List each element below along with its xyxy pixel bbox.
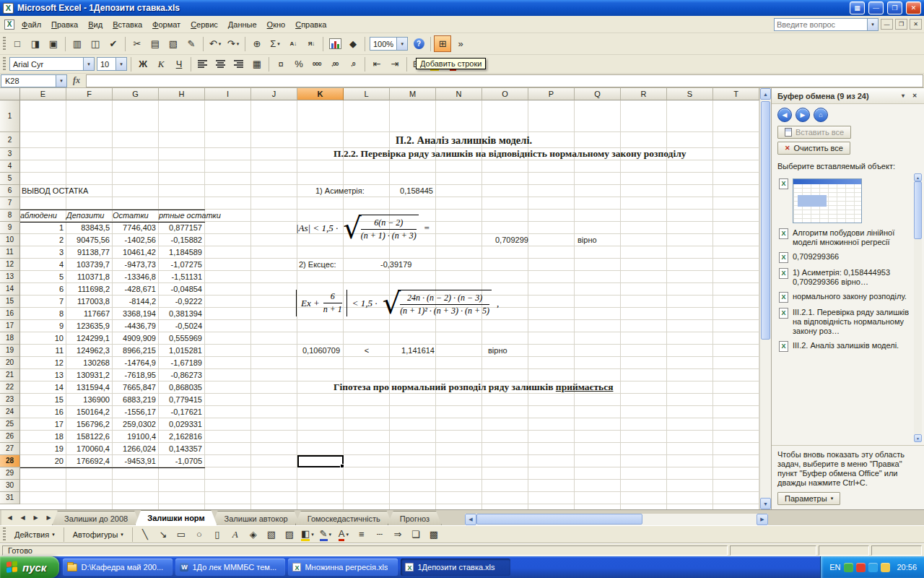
horizontal-scroll-thumb[interactable]	[476, 514, 642, 525]
row-header-29[interactable]: 29	[0, 467, 20, 480]
scroll-up-button[interactable]: ▲	[760, 88, 771, 100]
row-header-18[interactable]: 18	[0, 332, 20, 345]
row-header-21[interactable]: 21	[0, 369, 20, 381]
column-header-J[interactable]: J	[251, 88, 297, 100]
bold-button[interactable]: Ж	[134, 56, 152, 72]
taskbar-task[interactable]: XМножинна регресія.xls	[288, 558, 398, 576]
column-header-N[interactable]: N	[436, 88, 482, 100]
save-button[interactable]: ▣	[45, 35, 62, 52]
toolbar-grip[interactable]	[3, 527, 6, 542]
font-color-icon[interactable]: А▾	[335, 526, 352, 543]
vertical-scroll-thumb[interactable]	[761, 101, 770, 340]
sheet-tab-3[interactable]: Залишки автокор	[212, 511, 300, 525]
chevron-down-icon[interactable]: ▾	[56, 75, 66, 87]
row-header-28[interactable]: 28	[0, 455, 20, 467]
column-header-H[interactable]: H	[159, 88, 205, 100]
wordart-icon[interactable]: А	[227, 526, 244, 543]
scroll-down-button[interactable]: ▼	[760, 498, 771, 509]
increase-indent-button[interactable]: ⇥	[386, 56, 404, 72]
workbook-restore-button[interactable]: ❐	[895, 19, 907, 30]
insert-rows-button[interactable]: ⊞	[434, 35, 451, 52]
textbox-icon[interactable]: ▯	[209, 526, 226, 543]
tray-icon-2[interactable]	[856, 563, 866, 572]
sheet-tab-2[interactable]: Залишки норм	[135, 510, 217, 525]
column-header-T[interactable]: T	[713, 88, 759, 100]
drawing-button[interactable]: ◆	[344, 35, 362, 52]
column-header-Q[interactable]: Q	[575, 88, 621, 100]
align-right-button[interactable]	[230, 56, 248, 72]
row-header-30[interactable]: 30	[0, 480, 20, 492]
font-name-combo[interactable]: Arial Cyr▾	[9, 57, 95, 71]
italic-button[interactable]: К	[152, 56, 170, 72]
horizontal-scrollbar[interactable]: ◀ ▶	[465, 514, 768, 525]
line-style-icon[interactable]: ≡	[353, 526, 370, 543]
sheet-nav-last[interactable]: ▶	[43, 512, 55, 524]
column-header-G[interactable]: G	[113, 88, 159, 100]
clipboard-item[interactable]: XІІІ.2. Аналіз залишків моделі.	[779, 341, 911, 352]
decrease-decimal-button[interactable]: ,0	[344, 56, 362, 72]
rectangle-icon[interactable]: ▭	[173, 526, 190, 543]
chevron-down-icon[interactable]: ▾	[396, 38, 407, 50]
chevron-down-icon[interactable]: ▾	[867, 19, 878, 30]
menu-Данные[interactable]: Данные	[223, 17, 262, 32]
scroll-right-button[interactable]: ▶	[757, 514, 768, 525]
chevron-down-icon[interactable]: ▾	[83, 58, 94, 70]
sheet-nav-prev[interactable]: ◀	[17, 512, 29, 524]
tray-icon-4[interactable]	[881, 563, 890, 572]
row-header-15[interactable]: 15	[0, 296, 20, 308]
threed-icon[interactable]: ▩	[425, 526, 443, 543]
row-header-11[interactable]: 11	[0, 246, 20, 259]
clipboard-item[interactable]: XІІІ.2.1. Перевірка ряду залишків на від…	[779, 308, 911, 336]
scroll-down-button[interactable]: ▼	[914, 434, 922, 442]
fill-color-icon[interactable]: ◧▾	[299, 526, 316, 543]
row-header-9[interactable]: 9	[0, 222, 20, 234]
vertical-scrollbar[interactable]: ▲ ▼	[759, 88, 771, 509]
grid-button[interactable]: ▦	[850, 1, 865, 14]
task-pane-scroll-track[interactable]	[914, 181, 922, 434]
insert-hyperlink-button[interactable]: ⊕	[248, 35, 266, 52]
arrow-icon[interactable]: ↘	[154, 526, 172, 543]
sort-descending-button[interactable]: Я↓	[302, 35, 320, 52]
sheet-nav-first[interactable]: ◀	[4, 512, 16, 524]
cut-button[interactable]: ✂	[128, 35, 146, 52]
row-header-31[interactable]: 31	[0, 492, 20, 504]
language-indicator[interactable]: EN	[829, 563, 840, 571]
workbook-minimize-button[interactable]: —	[881, 19, 893, 30]
align-left-button[interactable]	[194, 56, 212, 72]
draw-actions-button[interactable]: Действия ▾	[9, 529, 60, 540]
tray-icon-1[interactable]	[844, 563, 853, 572]
row-header-5[interactable]: 5	[0, 173, 20, 185]
redo-button[interactable]: ↷▾	[225, 35, 242, 52]
spelling-button[interactable]: ✔	[105, 35, 122, 52]
chart-wizard-button[interactable]	[326, 35, 344, 52]
row-header-25[interactable]: 25	[0, 418, 20, 431]
column-header-L[interactable]: L	[344, 88, 390, 100]
options-button[interactable]: Параметры ▾	[777, 492, 840, 505]
home-icon[interactable]: ⌂	[814, 108, 828, 122]
sheet-tab-5[interactable]: Прогноз	[388, 511, 442, 525]
start-button[interactable]: пуск	[0, 556, 59, 578]
sort-ascending-button[interactable]: А↓	[284, 35, 302, 52]
clear-all-button[interactable]: ✕ Очистить все	[777, 142, 850, 155]
menu-Файл[interactable]: Файл	[17, 17, 46, 32]
font-size-combo[interactable]: 10▾	[97, 57, 127, 71]
zoom-combo[interactable]: 100%▾	[370, 37, 408, 51]
merge-center-button[interactable]: ▦	[248, 56, 266, 72]
help-button[interactable]: ?	[410, 35, 427, 52]
row-header-20[interactable]: 20	[0, 357, 20, 369]
toolbar-grip[interactable]	[3, 57, 6, 72]
formula-input[interactable]	[86, 74, 923, 87]
workbook-close-button[interactable]: ✕	[910, 19, 922, 30]
new-button[interactable]: □	[9, 35, 26, 52]
question-input[interactable]	[775, 19, 867, 30]
row-header-12[interactable]: 12	[0, 259, 20, 271]
row-header-16[interactable]: 16	[0, 308, 20, 320]
menu-Справка[interactable]: Справка	[290, 17, 331, 32]
clipboard-item[interactable]: X1) Асиметрія: 0,158444953 0,709299366 в…	[779, 268, 911, 287]
clipboard-item[interactable]: Xнормального закону розподілу.	[779, 292, 911, 303]
sheet-cells[interactable]: П.2. Аналіз залишків моделі. П.2.2. Пере…	[20, 100, 759, 509]
row-header-23[interactable]: 23	[0, 394, 20, 406]
line-color-icon[interactable]: ✎▾	[317, 526, 334, 543]
copy-button[interactable]: ▤	[147, 35, 164, 52]
row-header-27[interactable]: 27	[0, 443, 20, 455]
